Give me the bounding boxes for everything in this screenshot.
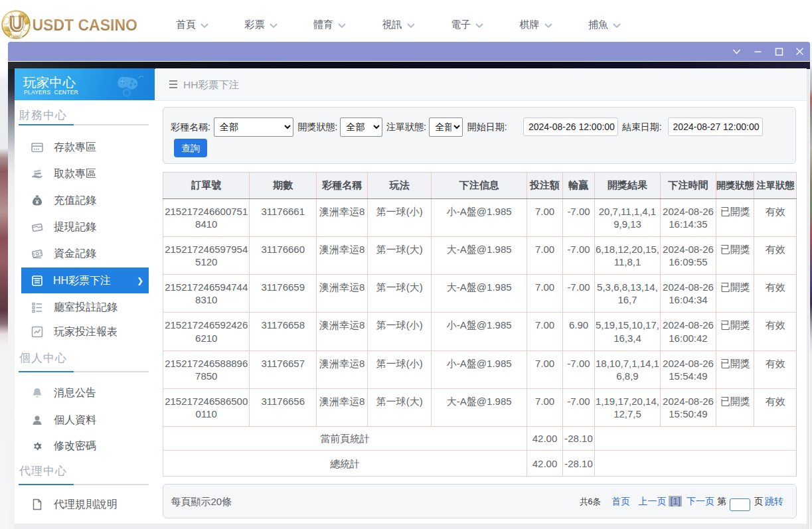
svg-text:CASINO: CASINO xyxy=(11,36,21,38)
